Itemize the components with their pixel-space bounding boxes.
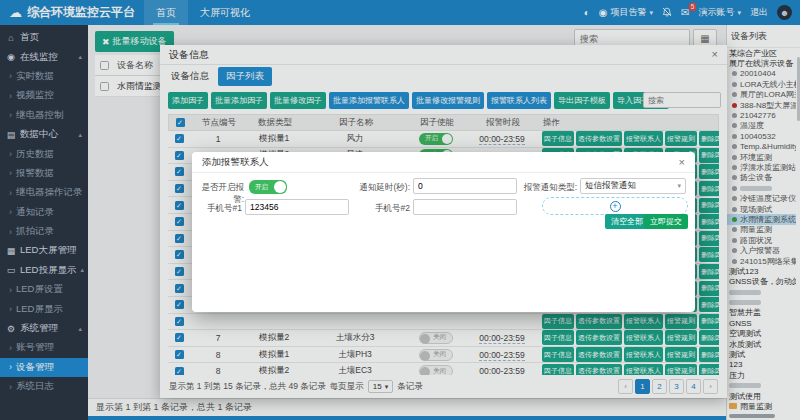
modal-title: 添加报警联系人 [202,156,269,169]
alarm-type-label: 报警通知类型: [517,182,577,194]
notify-delay-label: 通知延时(秒): [352,182,410,194]
notify-delay-input[interactable] [413,178,517,194]
enable-alarm-toggle[interactable]: 开启 [249,180,287,194]
modal-header: 添加报警联系人 × [192,152,695,173]
add-phone-dropzone[interactable]: + [542,197,688,215]
submit-button[interactable]: 立即提交 [644,214,688,229]
clear-all-button[interactable]: 清空全部 [605,214,649,229]
phone1-input[interactable] [245,199,349,215]
phone2-label: 手机号#2 [362,203,410,215]
add-alarm-contact-modal: 添加报警联系人 × 是否开启报警: 开启 通知延时(秒): 报警通知类型: 短信… [192,152,695,312]
close-icon[interactable]: × [679,157,685,168]
chevron-down-icon: ▾ [677,182,681,190]
plus-icon: + [610,201,621,212]
phone1-label: 手机号#1 [194,203,242,215]
phone2-input[interactable] [413,199,517,215]
alarm-type-select[interactable]: 短信报警通知 ▾ [580,178,686,194]
